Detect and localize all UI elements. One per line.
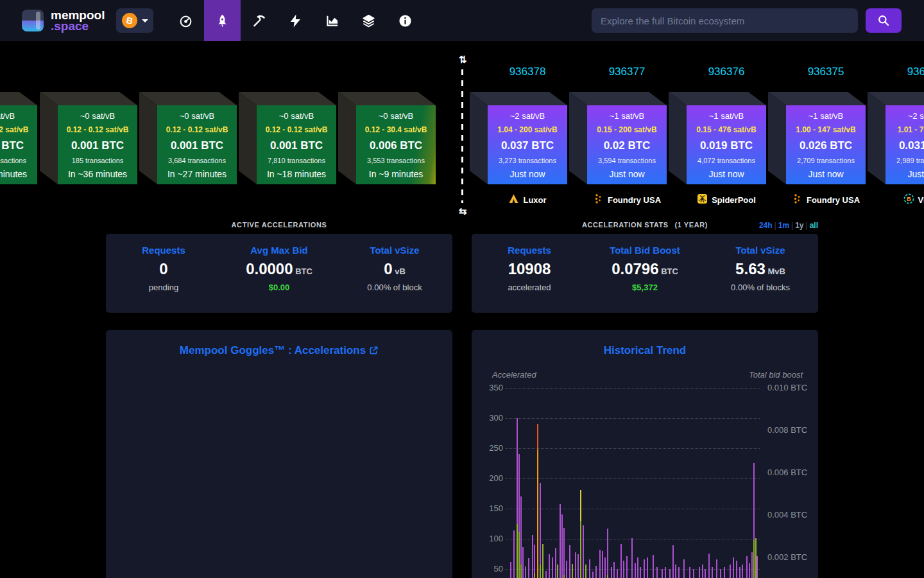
- nav-tab-mining[interactable]: [241, 0, 277, 41]
- chart-bar-accelerated-green: [607, 575, 608, 578]
- stat-sublabel: 0.00% of blocks: [712, 283, 809, 292]
- block-height-link[interactable]: 936376: [687, 66, 766, 78]
- block-height-link[interactable]: 936375: [786, 66, 866, 78]
- chart-bar-accelerated-purple: [604, 557, 606, 578]
- mined-block-cube[interactable]: ~2 sat/vB1.01 - 70 sat/vB0.031 BTC2,989 …: [868, 92, 924, 184]
- stat-value: 10908: [481, 260, 578, 278]
- stat-label: Total vSize: [712, 245, 809, 256]
- mempool-block-cube[interactable]: ~0 sat/vB0.12 - 0.12 sat/vB0.001 BTC3,68…: [139, 92, 237, 184]
- fee-range: 0.12 - 0.12 sat/vB: [258, 125, 335, 134]
- mined-block[interactable]: 936376~1 sat/vB0.15 - 476 sat/vB0.019 BT…: [669, 41, 766, 208]
- mined-block-cube[interactable]: ~1 sat/vB1.00 - 147 sat/vB0.026 BTC2,709…: [768, 92, 866, 184]
- chevron-down-icon: [142, 19, 148, 22]
- median-fee: ~0 sat/vB: [258, 111, 335, 121]
- nav-tab-acceleration[interactable]: [204, 0, 241, 41]
- mined-time: Just now: [688, 169, 765, 179]
- mempool-goggles-link[interactable]: Mempool Goggles™ : Accelerations: [106, 330, 452, 357]
- mining-pool-badge[interactable]: Foundry USA: [587, 193, 667, 207]
- mined-block[interactable]: 936374~2 sat/vB1.01 - 70 sat/vB0.031 BTC…: [868, 41, 924, 208]
- chart-bar-accelerated-purple: [656, 567, 658, 578]
- nav-tab-dashboard[interactable]: [167, 0, 204, 41]
- chart-plot-area: 350300250200150100500.010 BTC0.008 BTC0.…: [508, 388, 758, 578]
- chart-bar-accelerated-purple: [602, 551, 603, 578]
- mempool-logo-icon: [22, 10, 44, 31]
- active-accel-stat: Total vSize0 vB0.00% of block: [346, 245, 443, 292]
- mempool-block[interactable]: ~0 sat/vB0.12 - 30.4 sat/vB0.006 BTC3,55…: [338, 41, 436, 208]
- chart-gridline: [506, 569, 760, 570]
- mining-pool-badge[interactable]: SpiderPool: [687, 193, 766, 207]
- chart-bar-accelerated-green: [557, 565, 558, 578]
- stat-value: 0 vB: [346, 260, 443, 278]
- mining-pool-name: SpiderPool: [712, 195, 756, 205]
- stat-sublabel: 0.00% of block: [346, 283, 443, 292]
- timespan-24h[interactable]: 24h: [759, 221, 773, 230]
- gauge-icon: [178, 13, 193, 28]
- sort-arrows-icon[interactable]: ⇅: [457, 54, 468, 66]
- brand-logo[interactable]: mempool .space: [22, 10, 105, 31]
- chart-bar-accelerated-purple: [607, 529, 608, 575]
- transaction-count: 4,072 transactions: [688, 157, 765, 164]
- chart-bar-accelerated-purple: [599, 550, 601, 578]
- mempool-block[interactable]: ~0 sat/vB0.12 - 0.12 sat/vB0.001 BTC7,81…: [239, 41, 336, 208]
- total-fees: 0.001 BTC: [258, 139, 335, 152]
- left-axis-tick: 250: [476, 443, 503, 453]
- mined-block-cube[interactable]: ~2 sat/vB1.04 - 200 sat/vB0.037 BTC3,273…: [470, 92, 567, 184]
- mined-block-cube[interactable]: ~1 sat/vB0.15 - 476 sat/vB0.019 BTC4,072…: [669, 92, 766, 184]
- median-fee: ~0 sat/vB: [357, 111, 434, 121]
- mempool-block-cube[interactable]: ~0 sat/vB0.12 - 0.12 sat/vB0.001 BTC7,81…: [239, 92, 336, 184]
- chart-bar-accelerated-purple: [751, 552, 753, 578]
- timespan-all[interactable]: all: [810, 221, 818, 230]
- mempool-block-cube[interactable]: ~0 sat/vB0.12 - 0.12 sat/vB0.001 BTC1,25…: [0, 92, 37, 184]
- mined-block[interactable]: 936375~1 sat/vB1.00 - 147 sat/vB0.026 BT…: [768, 41, 866, 208]
- mined-block[interactable]: 936378~2 sat/vB1.04 - 200 sat/vB0.037 BT…: [470, 41, 567, 208]
- mempool-block[interactable]: ~0 sat/vB0.12 - 0.12 sat/vB0.001 BTC3,68…: [139, 41, 237, 208]
- total-fees: 0.031 BTC: [887, 139, 924, 152]
- chart-bar-accelerated-purple: [757, 556, 758, 578]
- chart-bar-accelerated-purple: [510, 562, 511, 578]
- chart-bar-accelerated-purple: [635, 563, 636, 578]
- chart-bar-accelerated-purple: [675, 565, 676, 578]
- mempool-block-cube[interactable]: ~0 sat/vB0.12 - 0.12 sat/vB0.001 BTC185 …: [40, 92, 137, 184]
- nav-tab-lightning[interactable]: [277, 0, 314, 41]
- network-selector-dropdown[interactable]: B: [116, 8, 153, 33]
- mining-pool-badge[interactable]: BViaBTC: [886, 193, 924, 207]
- chart-bar-accelerated-purple: [578, 554, 579, 578]
- mempool-block[interactable]: ~0 sat/vB0.12 - 0.12 sat/vB0.001 BTC1,25…: [0, 41, 37, 208]
- nav-tab-blocks[interactable]: [350, 0, 387, 41]
- navbar: mempool .space B: [0, 0, 924, 41]
- median-fee: ~2 sat/vB: [887, 111, 924, 121]
- accel-stats-row: Requests10908acceleratedTotal Bid Boost0…: [472, 234, 818, 292]
- stat-sublabel: $5,372: [597, 283, 693, 292]
- chart-bar-accelerated-purple: [575, 552, 576, 578]
- transaction-count: 7,810 transactions: [258, 157, 335, 164]
- mining-pool-badge[interactable]: Foundry USA: [786, 193, 866, 207]
- chart-bar-accelerated-green: [520, 565, 522, 578]
- stat-label: Avg Max Bid: [231, 245, 327, 256]
- search-button[interactable]: [866, 8, 902, 33]
- acceleration-stats-panel: Requests10908acceleratedTotal Bid Boost0…: [472, 234, 818, 313]
- fee-range: 1.04 - 200 sat/vB: [489, 125, 566, 134]
- block-height-link[interactable]: 936377: [587, 66, 667, 78]
- block-height-link[interactable]: 936378: [488, 66, 567, 78]
- mempool-block[interactable]: ~0 sat/vB0.12 - 0.12 sat/vB0.001 BTC185 …: [40, 41, 137, 208]
- chart-bar-accelerated-purple: [589, 559, 590, 578]
- timespan-1m[interactable]: 1m: [778, 221, 789, 230]
- chart-bar-accelerated-purple: [534, 545, 535, 572]
- active-accel-stat: Requests0pending: [116, 245, 212, 292]
- left-axis-tick: 200: [476, 473, 503, 483]
- acceleration-stats-title-text: ACCELERATION STATS: [582, 221, 669, 229]
- nav-tab-about[interactable]: [387, 0, 424, 41]
- swap-arrows-icon[interactable]: ⇆: [457, 206, 468, 217]
- mined-block-face: ~1 sat/vB1.00 - 147 sat/vB0.026 BTC2,709…: [786, 105, 866, 184]
- total-fees: 0.001 BTC: [59, 139, 136, 152]
- nav-tab-graphs[interactable]: [314, 0, 350, 41]
- mining-pool-badge[interactable]: Luxor: [488, 193, 567, 207]
- mined-block-cube[interactable]: ~1 sat/vB0.15 - 200 sat/vB0.02 BTC3,594 …: [569, 92, 667, 184]
- eta: In ~27 minutes: [158, 169, 235, 179]
- block-height-link[interactable]: 936374: [886, 66, 924, 78]
- search-input[interactable]: [592, 8, 858, 33]
- chart-bar-accelerated-purple: [640, 567, 641, 578]
- stat-unit: MvB: [766, 267, 785, 276]
- mined-block[interactable]: 936377~1 sat/vB0.15 - 200 sat/vB0.02 BTC…: [569, 41, 667, 208]
- mempool-block-cube[interactable]: ~0 sat/vB0.12 - 30.4 sat/vB0.006 BTC3,55…: [338, 92, 436, 184]
